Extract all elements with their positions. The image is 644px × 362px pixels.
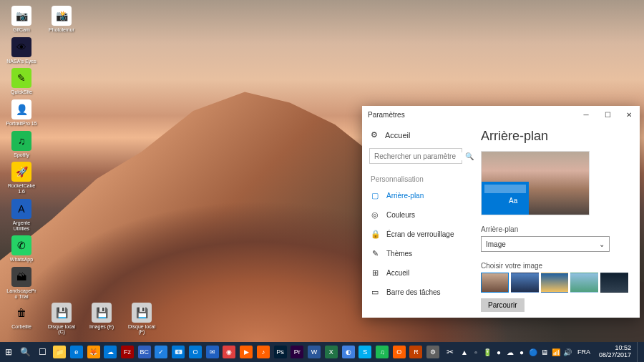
image-thumbnail[interactable] [481, 273, 509, 293]
tray-icon[interactable]: ☁ [504, 342, 516, 362]
desktop-icon[interactable]: ✆WhatsApp [4, 234, 39, 264]
taskbar-spotify[interactable]: ♫ [374, 342, 391, 362]
taskbar-app1[interactable]: ◉ [221, 342, 238, 362]
nav-item[interactable]: ✎Thèmes [362, 244, 469, 263]
nav-item-label: Arrière-plan [386, 192, 424, 200]
app-icon: ⚙ [426, 346, 439, 358]
minimize-button[interactable]: ─ [575, 106, 597, 123]
taskbar-vlc[interactable]: ▶ [238, 342, 255, 362]
tray-icon[interactable]: 🔵 [527, 342, 539, 362]
taskbar-word[interactable]: W [306, 342, 323, 362]
tray-icon[interactable]: 🔋 [482, 342, 493, 362]
nav-item-label: Accueil [386, 269, 409, 277]
tray-icon[interactable]: ▲ [459, 342, 470, 362]
icon-label: PortraitPro 15 [6, 121, 36, 127]
clock[interactable]: 10:52 08/27/2017 [595, 345, 635, 359]
taskbar-search[interactable]: 🔍 [17, 342, 34, 362]
close-button[interactable]: ✕ [618, 106, 640, 123]
taskbar-edge[interactable]: e [68, 342, 85, 362]
app-icon: S [358, 346, 371, 358]
chevron-down-icon: ⌄ [599, 240, 605, 248]
app-icon: ♫ [376, 346, 389, 358]
taskbar-outlook[interactable]: O [187, 342, 204, 362]
taskbar-app4[interactable]: R [408, 342, 425, 362]
taskbar-settings-tb[interactable]: ⚙ [424, 342, 441, 362]
taskbar-photoshop[interactable]: Ps [272, 342, 289, 362]
taskbar-bc[interactable]: BC [136, 342, 153, 362]
app-icon: BC [138, 346, 151, 358]
icon-label: LandscapePro Trial [6, 288, 37, 299]
nav-item-icon: ⊞ [371, 268, 379, 278]
taskbar-mail[interactable]: 📧 [170, 342, 187, 362]
tray-icon[interactable]: 🖥 [539, 342, 550, 362]
tray-icon[interactable]: 📶 [550, 342, 562, 362]
taskbar-snip[interactable]: ✂ [441, 342, 459, 362]
nav-item-icon: 🔒 [371, 230, 379, 239]
image-thumbnail[interactable] [511, 273, 539, 293]
browse-button[interactable]: Parcourir [481, 298, 525, 312]
taskbar-premiere[interactable]: Pr [288, 342, 306, 362]
taskbar-start[interactable]: ⊞ [0, 342, 17, 362]
app-icon: ◐ [342, 346, 355, 358]
system-icon: ☐ [39, 347, 47, 357]
taskbar-thunderbird[interactable]: ✉ [204, 342, 221, 362]
taskbar-task-view[interactable]: ☐ [34, 342, 51, 362]
search-box[interactable]: 🔍 [369, 148, 462, 164]
nav-item-icon: ✎ [371, 249, 379, 258]
nav-item-label: Thèmes [386, 250, 412, 258]
window-title: Paramètres [368, 111, 405, 119]
desktop-icon[interactable]: 💾Images (E) [84, 301, 119, 336]
tray-icon[interactable]: ● [493, 342, 504, 362]
background-type-dropdown[interactable]: Image ⌄ [481, 236, 610, 252]
taskbar-explorer[interactable]: 📁 [51, 342, 68, 362]
desktop-icon[interactable]: 📷GifCam [4, 4, 39, 34]
taskbar-app3[interactable]: O [391, 342, 408, 362]
taskbar-todo[interactable]: ✓ [153, 342, 170, 362]
drive-icon: 💾 [92, 303, 112, 323]
app-icon: Fz [121, 346, 134, 358]
image-thumbnail[interactable] [570, 273, 598, 293]
desktop-icon[interactable]: 👤PortraitPro 15 [4, 98, 39, 128]
nav-item[interactable]: ◎Couleurs [362, 205, 469, 225]
system-icon: ✂ [447, 347, 454, 357]
nav-header: Personnalisation [362, 168, 469, 186]
language-indicator[interactable]: FRA [575, 348, 593, 356]
icon-label: GifCam [13, 27, 30, 33]
nav-item-icon: ◎ [371, 210, 379, 220]
nav-home[interactable]: ⚙ Accueil [362, 126, 469, 144]
desktop-icon[interactable]: AArgente Utilities [4, 197, 39, 233]
maximize-button[interactable]: ☐ [597, 106, 618, 123]
taskbar-app2[interactable]: ◐ [340, 342, 357, 362]
nav-item[interactable]: ⊞Accueil [362, 263, 469, 283]
taskbar-firefox[interactable]: 🦊 [85, 342, 102, 362]
taskbar-skype[interactable]: S [356, 342, 374, 362]
taskbar-onedrive[interactable]: ☁ [102, 342, 119, 362]
search-input[interactable] [374, 152, 465, 160]
tray-icon[interactable]: ▫ [470, 342, 482, 362]
app-icon: W [308, 346, 321, 358]
nav-item-label: Couleurs [386, 211, 415, 219]
tray-icon[interactable]: 🔊 [562, 342, 573, 362]
desktop-icon[interactable]: 👁NASA's Eyes [4, 36, 39, 66]
image-thumbnail[interactable] [541, 273, 569, 293]
desktop-icon[interactable]: 💾Disque local (F) [125, 301, 159, 336]
taskbar-excel[interactable]: X [323, 342, 340, 362]
tray-icon[interactable]: ● [516, 342, 527, 362]
image-thumbnail[interactable] [600, 273, 628, 293]
nav-item[interactable]: 🔒Écran de verrouillage [362, 225, 469, 244]
nav-item[interactable]: ▭Barre des tâches [362, 283, 469, 302]
desktop-icon[interactable]: 📸Photolemur [44, 4, 79, 34]
app-icon: Pr [291, 346, 303, 358]
nav-item[interactable]: ▢Arrière-plan [362, 186, 469, 205]
taskbar-music[interactable]: ♪ [255, 342, 272, 362]
desktop-icon[interactable]: 💾Disque local (C) [44, 301, 79, 336]
desktop-icon[interactable]: ✎QuickSite [4, 67, 39, 97]
desktop-icon[interactable]: 🏔LandscapePro Trial [4, 265, 39, 300]
page-title: Arrière-plan [481, 129, 628, 144]
desktop-icon[interactable]: 🗑Corbeille [4, 301, 39, 336]
desktop-icon[interactable]: ♫Spotify [4, 129, 39, 160]
app-icon: ☁ [104, 346, 117, 358]
taskbar-filezilla[interactable]: Fz [119, 342, 136, 362]
show-desktop-button[interactable] [637, 342, 641, 362]
desktop-icon[interactable]: 🚀RocketCake 1.6 [4, 160, 39, 195]
